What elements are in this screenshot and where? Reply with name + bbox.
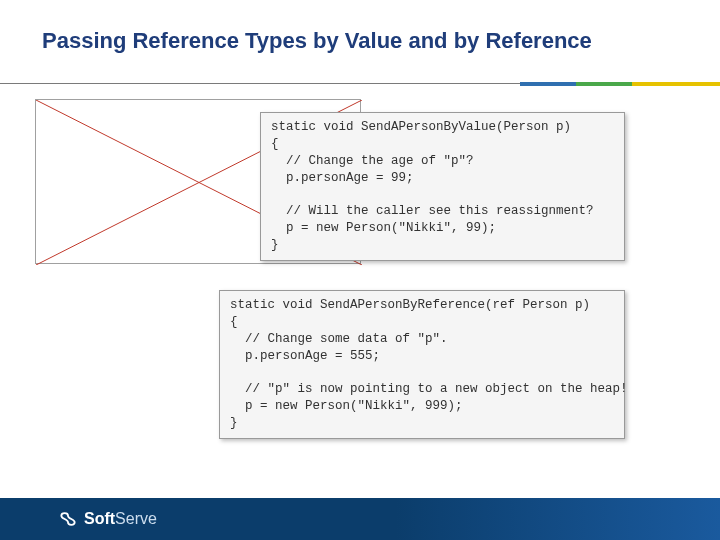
code-line: p.personAge = 99;: [271, 171, 414, 185]
code-line: // "p" is now pointing to a new object o…: [230, 382, 628, 396]
footer-bar: SoftServe: [0, 498, 720, 540]
code-line: p.personAge = 555;: [230, 349, 380, 363]
code-snippet-by-reference: static void SendAPersonByReference(ref P…: [219, 290, 625, 439]
code-line: {: [230, 315, 238, 329]
divider-rule: [0, 82, 720, 86]
code-snippet-by-value: static void SendAPersonByValue(Person p)…: [260, 112, 625, 261]
code-line: // Change the age of "p"?: [271, 154, 474, 168]
brand-part-b: Serve: [115, 510, 157, 527]
code-line: }: [230, 416, 238, 430]
softserve-logo-icon: [58, 509, 78, 529]
brand-part-a: Soft: [84, 510, 115, 527]
code-line: // Change some data of "p".: [230, 332, 448, 346]
code-line: static void SendAPersonByReference(ref P…: [230, 298, 590, 312]
code-line: p = new Person("Nikki", 99);: [271, 221, 496, 235]
code-line: {: [271, 137, 279, 151]
code-line: // Will the caller see this reassignment…: [271, 204, 594, 218]
slide-title: Passing Reference Types by Value and by …: [0, 0, 720, 54]
brand-text: SoftServe: [84, 510, 157, 528]
code-line: }: [271, 238, 279, 252]
code-line: static void SendAPersonByValue(Person p): [271, 120, 571, 134]
code-line: p = new Person("Nikki", 999);: [230, 399, 463, 413]
